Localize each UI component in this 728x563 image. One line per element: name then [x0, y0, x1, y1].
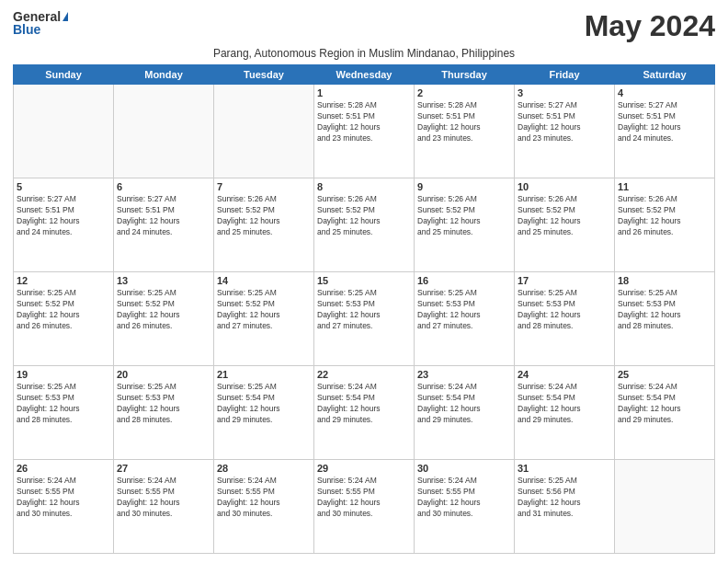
day-info: Sunrise: 5:24 AM Sunset: 5:54 PM Dayligh…	[317, 382, 411, 426]
table-row: 13Sunrise: 5:25 AM Sunset: 5:52 PM Dayli…	[114, 272, 214, 366]
day-info: Sunrise: 5:25 AM Sunset: 5:52 PM Dayligh…	[217, 288, 311, 332]
day-info: Sunrise: 5:24 AM Sunset: 5:54 PM Dayligh…	[518, 382, 611, 426]
day-number: 22	[317, 369, 411, 380]
day-number: 8	[317, 181, 411, 192]
table-row: 12Sunrise: 5:25 AM Sunset: 5:52 PM Dayli…	[14, 272, 114, 366]
day-number: 6	[117, 181, 210, 192]
table-row: 5Sunrise: 5:27 AM Sunset: 5:51 PM Daylig…	[14, 178, 114, 272]
day-info: Sunrise: 5:24 AM Sunset: 5:55 PM Dayligh…	[417, 476, 511, 520]
day-info: Sunrise: 5:25 AM Sunset: 5:53 PM Dayligh…	[417, 288, 511, 332]
calendar-week-1: 1Sunrise: 5:28 AM Sunset: 5:51 PM Daylig…	[14, 85, 715, 178]
day-info: Sunrise: 5:25 AM Sunset: 5:53 PM Dayligh…	[17, 382, 110, 426]
table-row: 6Sunrise: 5:27 AM Sunset: 5:51 PM Daylig…	[114, 178, 214, 272]
day-number: 26	[17, 463, 110, 474]
calendar-week-3: 12Sunrise: 5:25 AM Sunset: 5:52 PM Dayli…	[14, 272, 715, 366]
day-info: Sunrise: 5:27 AM Sunset: 5:51 PM Dayligh…	[117, 194, 210, 238]
table-row: 23Sunrise: 5:24 AM Sunset: 5:54 PM Dayli…	[415, 366, 515, 460]
col-thursday: Thursday	[415, 65, 515, 85]
col-wednesday: Wednesday	[314, 65, 415, 85]
day-info: Sunrise: 5:26 AM Sunset: 5:52 PM Dayligh…	[317, 194, 411, 238]
day-info: Sunrise: 5:25 AM Sunset: 5:52 PM Dayligh…	[17, 288, 110, 332]
month-title: May 2024	[585, 9, 715, 43]
day-info: Sunrise: 5:25 AM Sunset: 5:54 PM Dayligh…	[217, 382, 311, 426]
day-number: 10	[518, 181, 611, 192]
table-row: 8Sunrise: 5:26 AM Sunset: 5:52 PM Daylig…	[314, 178, 415, 272]
day-info: Sunrise: 5:26 AM Sunset: 5:52 PM Dayligh…	[618, 194, 711, 238]
table-row: 3Sunrise: 5:27 AM Sunset: 5:51 PM Daylig…	[515, 85, 615, 178]
day-number: 3	[518, 87, 611, 98]
day-number: 7	[217, 181, 311, 192]
day-number: 9	[417, 181, 511, 192]
table-row: 18Sunrise: 5:25 AM Sunset: 5:53 PM Dayli…	[615, 272, 715, 366]
day-number: 17	[518, 275, 611, 286]
calendar: Sunday Monday Tuesday Wednesday Thursday…	[13, 64, 715, 554]
day-number: 1	[317, 87, 411, 98]
day-info: Sunrise: 5:24 AM Sunset: 5:55 PM Dayligh…	[317, 476, 411, 520]
calendar-week-4: 19Sunrise: 5:25 AM Sunset: 5:53 PM Dayli…	[14, 366, 715, 460]
day-number: 14	[217, 275, 311, 286]
day-info: Sunrise: 5:25 AM Sunset: 5:53 PM Dayligh…	[117, 382, 210, 426]
table-row: 31Sunrise: 5:25 AM Sunset: 5:56 PM Dayli…	[515, 460, 615, 554]
table-row	[114, 85, 214, 178]
day-number: 31	[518, 463, 611, 474]
col-monday: Monday	[114, 65, 214, 85]
calendar-week-2: 5Sunrise: 5:27 AM Sunset: 5:51 PM Daylig…	[14, 178, 715, 272]
day-info: Sunrise: 5:28 AM Sunset: 5:51 PM Dayligh…	[317, 100, 411, 144]
page: General Blue May 2024 Parang, Autonomous…	[0, 0, 728, 563]
logo-triangle	[63, 12, 68, 21]
table-row: 20Sunrise: 5:25 AM Sunset: 5:53 PM Dayli…	[114, 366, 214, 460]
table-row: 22Sunrise: 5:24 AM Sunset: 5:54 PM Dayli…	[314, 366, 415, 460]
day-number: 20	[117, 369, 210, 380]
table-row: 7Sunrise: 5:26 AM Sunset: 5:52 PM Daylig…	[214, 178, 314, 272]
day-info: Sunrise: 5:26 AM Sunset: 5:52 PM Dayligh…	[217, 194, 311, 238]
day-number: 19	[17, 369, 110, 380]
day-info: Sunrise: 5:24 AM Sunset: 5:54 PM Dayligh…	[417, 382, 511, 426]
day-number: 16	[417, 275, 511, 286]
day-info: Sunrise: 5:25 AM Sunset: 5:53 PM Dayligh…	[317, 288, 411, 332]
day-number: 11	[618, 181, 711, 192]
day-info: Sunrise: 5:25 AM Sunset: 5:53 PM Dayligh…	[518, 288, 611, 332]
calendar-week-5: 26Sunrise: 5:24 AM Sunset: 5:55 PM Dayli…	[14, 460, 715, 554]
day-number: 12	[17, 275, 110, 286]
day-number: 25	[618, 369, 711, 380]
table-row: 15Sunrise: 5:25 AM Sunset: 5:53 PM Dayli…	[314, 272, 415, 366]
header-row: Sunday Monday Tuesday Wednesday Thursday…	[14, 65, 715, 85]
col-tuesday: Tuesday	[214, 65, 314, 85]
day-number: 24	[518, 369, 611, 380]
day-number: 13	[117, 275, 210, 286]
table-row	[214, 85, 314, 178]
table-row: 11Sunrise: 5:26 AM Sunset: 5:52 PM Dayli…	[615, 178, 715, 272]
day-info: Sunrise: 5:27 AM Sunset: 5:51 PM Dayligh…	[518, 100, 611, 144]
table-row: 19Sunrise: 5:25 AM Sunset: 5:53 PM Dayli…	[14, 366, 114, 460]
logo: General Blue	[13, 9, 68, 37]
header: General Blue May 2024	[13, 9, 715, 43]
day-number: 21	[217, 369, 311, 380]
day-number: 23	[417, 369, 511, 380]
table-row	[14, 85, 114, 178]
day-info: Sunrise: 5:26 AM Sunset: 5:52 PM Dayligh…	[417, 194, 511, 238]
table-row: 29Sunrise: 5:24 AM Sunset: 5:55 PM Dayli…	[314, 460, 415, 554]
day-info: Sunrise: 5:24 AM Sunset: 5:55 PM Dayligh…	[117, 476, 210, 520]
col-friday: Friday	[515, 65, 615, 85]
table-row: 27Sunrise: 5:24 AM Sunset: 5:55 PM Dayli…	[114, 460, 214, 554]
day-number: 30	[417, 463, 511, 474]
day-number: 2	[417, 87, 511, 98]
table-row: 14Sunrise: 5:25 AM Sunset: 5:52 PM Dayli…	[214, 272, 314, 366]
day-number: 15	[317, 275, 411, 286]
day-info: Sunrise: 5:24 AM Sunset: 5:54 PM Dayligh…	[618, 382, 711, 426]
table-row: 1Sunrise: 5:28 AM Sunset: 5:51 PM Daylig…	[314, 85, 415, 178]
table-row	[615, 460, 715, 554]
table-row: 10Sunrise: 5:26 AM Sunset: 5:52 PM Dayli…	[515, 178, 615, 272]
table-row: 26Sunrise: 5:24 AM Sunset: 5:55 PM Dayli…	[14, 460, 114, 554]
day-number: 28	[217, 463, 311, 474]
day-info: Sunrise: 5:24 AM Sunset: 5:55 PM Dayligh…	[217, 476, 311, 520]
col-saturday: Saturday	[615, 65, 715, 85]
table-row: 17Sunrise: 5:25 AM Sunset: 5:53 PM Dayli…	[515, 272, 615, 366]
day-info: Sunrise: 5:27 AM Sunset: 5:51 PM Dayligh…	[17, 194, 110, 238]
day-info: Sunrise: 5:28 AM Sunset: 5:51 PM Dayligh…	[417, 100, 511, 144]
day-info: Sunrise: 5:27 AM Sunset: 5:51 PM Dayligh…	[618, 100, 711, 144]
subtitle: Parang, Autonomous Region in Muslim Mind…	[13, 47, 715, 60]
table-row: 25Sunrise: 5:24 AM Sunset: 5:54 PM Dayli…	[615, 366, 715, 460]
day-info: Sunrise: 5:24 AM Sunset: 5:55 PM Dayligh…	[17, 476, 110, 520]
day-number: 29	[317, 463, 411, 474]
